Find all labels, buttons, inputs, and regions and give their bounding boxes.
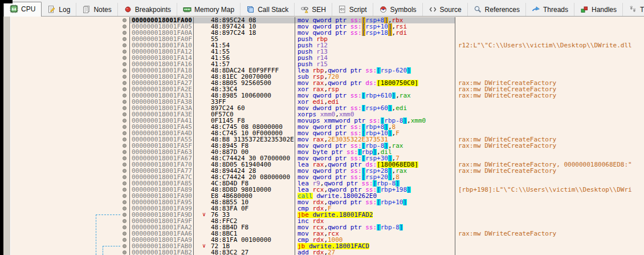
bytes-cell[interactable]: 48:FFC2 xyxy=(194,218,295,224)
address-cell[interactable]: 000000018001FAB2 xyxy=(130,249,194,255)
tab-memory-map[interactable]: Memory Map xyxy=(177,3,241,16)
disasm-row[interactable]: 000000018001FA90E8 4B680000call dwrite.1… xyxy=(11,193,644,199)
disasm-row[interactable]: 000000018001FA5F48:8945 F8mov qword ptr … xyxy=(11,143,644,149)
disasm-row[interactable]: 000000018001FA3A897C24 60mov dword ptr s… xyxy=(11,105,644,111)
instruction-cell[interactable]: cmp rdx,1000 xyxy=(295,237,455,243)
disasm-row[interactable]: 000000018001FA0F55push rbp xyxy=(11,36,644,42)
instruction-cell[interactable]: xor rax,rsp xyxy=(295,86,455,92)
instruction-cell[interactable]: xorps xmm0,xmm0 xyxy=(295,111,455,118)
breakpoint-dot[interactable] xyxy=(123,43,127,47)
tab-log[interactable]: Log xyxy=(42,3,76,16)
bytes-cell[interactable]: 41:54 xyxy=(194,42,295,48)
comment-cell[interactable] xyxy=(455,48,644,55)
instruction-cell[interactable]: jb dwrite.18001FACD xyxy=(295,243,455,249)
disasm-row[interactable]: 000000018001FA5548:B8 3135372E3235302Emo… xyxy=(11,136,644,143)
disasm-row[interactable]: 000000018001FA2048:81EC 20070000sub rsp,… xyxy=(11,74,644,80)
comment-cell[interactable] xyxy=(455,99,644,105)
disasm-row[interactable]: 000000018001FA1641:57push r15 xyxy=(11,61,644,67)
breakpoint-dot[interactable] xyxy=(123,150,127,154)
disasm-row[interactable]: 000000018001FA9948:83FA 0Fcmp rdx,F xyxy=(11,205,644,212)
bytes-cell[interactable]: 48:894424 28 xyxy=(194,168,295,174)
breakpoint-dot[interactable] xyxy=(123,87,127,91)
comment-cell[interactable] xyxy=(455,17,644,23)
bytes-cell[interactable]: 48:C745 10 0F000000 xyxy=(194,130,295,136)
breakpoint-dot[interactable] xyxy=(123,100,127,104)
comment-cell[interactable] xyxy=(455,224,644,230)
comment-cell[interactable]: rax:mw_DWriteCreateFactory xyxy=(455,143,644,149)
comment-cell[interactable]: r12:L"\"C:\\Users\\victim\\Desktop\\DWri… xyxy=(455,42,644,48)
instruction-cell[interactable]: mov qword ptr ss:[rsp+30],7 xyxy=(295,155,455,161)
disasm-row[interactable]: 000000018001FA3148:8985 10060000mov qwor… xyxy=(11,92,644,99)
disasm-row[interactable]: 000000018001FA1241:55push r13 xyxy=(11,48,644,55)
breakpoint-dot[interactable] xyxy=(123,200,127,204)
breakpoint-dot[interactable] xyxy=(123,207,127,211)
instruction-cell[interactable]: mov qword ptr ss:[rsp+8],rbx xyxy=(295,17,455,23)
disasm-row[interactable]: 000000018001FA3E0F57C0xorps xmm0,xmm0 xyxy=(11,111,644,118)
bytes-cell[interactable]: 0F57C0 xyxy=(194,111,295,118)
tab-threads[interactable]: Threads xyxy=(526,3,574,16)
comment-cell[interactable] xyxy=(455,193,644,199)
instruction-cell[interactable]: lea rax,qword ptr ds:[180068ED8] xyxy=(295,161,455,168)
breakpoint-dot[interactable] xyxy=(123,144,127,148)
instruction-cell[interactable]: add rdx,27 xyxy=(295,249,455,255)
comment-cell[interactable] xyxy=(455,61,644,67)
breakpoint-dot[interactable] xyxy=(123,37,127,41)
bytes-cell[interactable]: 48:8B55 10 xyxy=(194,199,295,205)
address-cell[interactable]: 000000018001FA00 xyxy=(130,17,194,23)
instruction-cell[interactable]: push r15 xyxy=(295,61,455,67)
comment-cell[interactable]: rax:mw_DWriteCreateFactory xyxy=(455,92,644,99)
comment-cell[interactable] xyxy=(455,130,644,136)
bytes-cell[interactable]: 48:8945 F8 xyxy=(194,143,295,149)
instruction-cell[interactable]: push r14 xyxy=(295,55,455,61)
comment-cell[interactable] xyxy=(455,23,644,30)
bytes-cell[interactable]: 48:33C4 xyxy=(194,86,295,92)
bytes-cell[interactable]: 48:8DAC24 E0F9FFFF xyxy=(194,67,295,74)
comment-cell[interactable] xyxy=(455,74,644,80)
disasm-row[interactable]: 000000018001FA0048:895C24 08mov qword pt… xyxy=(11,17,644,23)
breakpoint-dot[interactable] xyxy=(123,125,127,129)
tab-trace[interactable]: Trace xyxy=(623,3,644,16)
comment-cell[interactable] xyxy=(455,199,644,205)
address-cell[interactable]: 000000018001FA4D xyxy=(130,130,194,136)
instruction-cell[interactable]: mov byte ptr ss:[rbp],dil xyxy=(295,149,455,155)
disasm-row[interactable]: 000000018001FA3833FFxor edi,edi xyxy=(11,99,644,105)
address-cell[interactable]: 000000018001FA27 xyxy=(130,80,194,86)
breakpoint-dot[interactable] xyxy=(123,112,127,116)
comment-cell[interactable]: [rbp+198]:L"\"C:\\Users\\victim\\Desktop… xyxy=(455,187,644,193)
instruction-cell[interactable]: lea r9,qword ptr ss:[rbp-8] xyxy=(295,180,455,187)
comment-cell[interactable] xyxy=(455,218,644,224)
breakpoint-dot[interactable] xyxy=(123,62,127,66)
address-cell[interactable]: 000000018001FAB0 xyxy=(130,243,194,249)
breakpoint-dot[interactable] xyxy=(123,18,127,22)
bytes-cell[interactable]: 48:8985 10060000 xyxy=(194,92,295,99)
address-cell[interactable]: 000000018001FA16 xyxy=(130,61,194,67)
address-cell[interactable]: 000000018001FA10 xyxy=(130,42,194,48)
disasm-row[interactable]: 000000018001FA2E48:33C4xor rax,rsprax:mw… xyxy=(11,86,644,92)
disasm-row[interactable]: 000000018001FAB248:83C2 27add rdx,27 xyxy=(11,249,644,255)
address-cell[interactable]: 000000018001FA95 xyxy=(130,199,194,205)
bytes-cell[interactable]: 48:C74424 20 08000000 xyxy=(194,174,295,180)
breakpoint-dot[interactable] xyxy=(123,106,127,110)
instruction-cell[interactable]: mov rax,qword ptr ds:[1800750C0] xyxy=(295,80,455,86)
breakpoint-dot[interactable] xyxy=(123,225,127,229)
breakpoint-dot[interactable] xyxy=(123,81,127,85)
breakpoint-dot[interactable] xyxy=(123,68,127,72)
address-cell[interactable]: 000000018001FA9F xyxy=(130,218,194,224)
comment-cell[interactable] xyxy=(455,249,644,255)
instruction-cell[interactable]: mov qword ptr ss:[rbp+10],F xyxy=(295,130,455,136)
comment-cell[interactable]: rax:mw_DWriteCreateFactory xyxy=(455,80,644,86)
comment-cell[interactable]: rax:mw_DWriteCreateFactory xyxy=(455,168,644,174)
disasm-row[interactable]: 000000018001FA9F48:FFC2inc rdx xyxy=(11,218,644,224)
breakpoint-dot[interactable] xyxy=(123,137,127,141)
breakpoint-dot[interactable] xyxy=(123,181,127,185)
breakpoint-dot[interactable] xyxy=(123,188,127,192)
comment-cell[interactable] xyxy=(455,111,644,118)
breakpoint-dot[interactable] xyxy=(123,219,127,223)
disasm-row[interactable]: 000000018001FA0A48:897C24 18mov qword pt… xyxy=(11,30,644,36)
address-cell[interactable]: 000000018001FA70 xyxy=(130,161,194,168)
instruction-cell[interactable]: mov rdx,qword ptr ss:[rbp+10] xyxy=(295,199,455,205)
breakpoint-dot[interactable] xyxy=(123,50,127,54)
bytes-cell[interactable]: 48:8B4D F8 xyxy=(194,224,295,230)
disasm-row[interactable]: 000000018001FA410F1145 F8movups xmmword … xyxy=(11,118,644,124)
instruction-cell[interactable]: mov qword ptr ss:[rsp+28],rax xyxy=(295,168,455,174)
